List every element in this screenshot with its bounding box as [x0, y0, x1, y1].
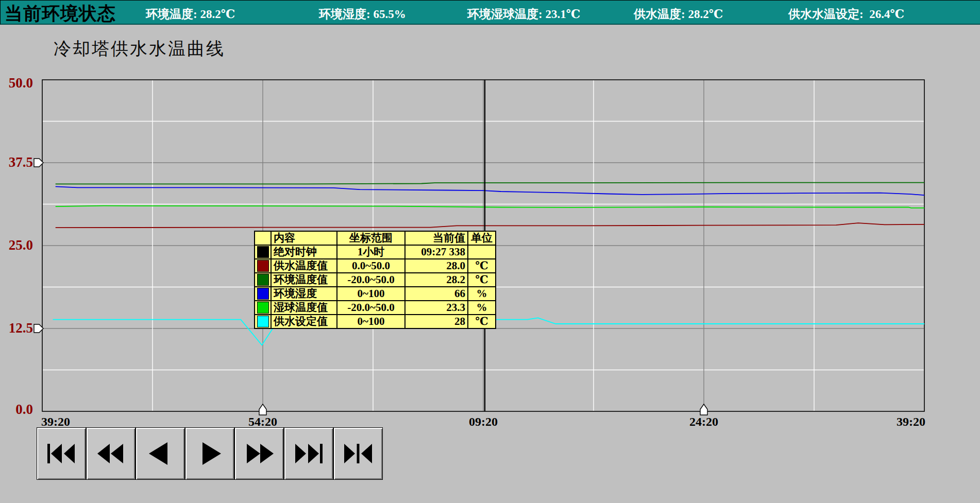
playback-toolbar — [37, 427, 383, 480]
legend-color-swatch — [257, 260, 269, 272]
skip-to-start-button[interactable] — [37, 427, 86, 480]
x-axis-label: 09:20 — [469, 415, 498, 429]
legend-header-cell: 坐标范围 — [337, 231, 405, 245]
trend-line-环境湿度 — [56, 186, 924, 195]
legend-row: 环境湿度0~10066% — [255, 287, 496, 301]
right-bar-left-icon — [342, 441, 375, 466]
legend-cell: 09:27 338 — [405, 245, 468, 259]
y-axis-label: 50.0 — [0, 76, 33, 90]
legend-table: 内容坐标范围当前值单位绝对时钟1小时09:27 338供水温度值0.0~50.0… — [254, 231, 496, 329]
legend-cell: 环境温度值 — [271, 273, 337, 287]
double-right-bar-icon — [292, 441, 325, 466]
y-axis-label: 25.0 — [0, 238, 33, 252]
legend-color-swatch — [257, 246, 269, 258]
x-axis-label: 24:20 — [689, 415, 718, 429]
hmi-screen: 当前环境状态 环境温度: 28.2℃ 环境湿度: 65.5% 环境湿球温度: 2… — [0, 0, 980, 503]
double-left-icon — [94, 441, 127, 466]
x-axis-label: 39:20 — [41, 415, 70, 429]
legend-header-cell: 单位 — [468, 231, 496, 245]
skip-to-end-button[interactable] — [284, 427, 333, 480]
legend-cell: 供水设定值 — [271, 315, 337, 328]
legend-cell: ℃ — [468, 259, 496, 273]
legend-cell — [255, 245, 271, 259]
legend-cell: 绝对时钟 — [271, 245, 337, 259]
y-axis-label: 0.0 — [0, 403, 33, 417]
x-axis-label: 54:20 — [248, 415, 277, 429]
legend-cell — [468, 245, 496, 259]
legend-color-swatch — [257, 316, 269, 327]
x-axis-cursor-marker[interactable] — [259, 404, 266, 415]
left-icon — [144, 441, 177, 466]
legend-cell: 湿球温度值 — [271, 301, 337, 315]
legend-cell — [255, 301, 271, 315]
legend-header-row: 内容坐标范围当前值单位 — [255, 231, 496, 245]
fast-forward-button[interactable] — [234, 427, 284, 480]
legend-cell: % — [468, 287, 496, 301]
legend-row: 供水设定值0~10028℃ — [255, 315, 496, 328]
legend-cell: 23.3 — [405, 301, 468, 315]
step-back-button[interactable] — [136, 427, 185, 480]
legend-cell: 66 — [405, 287, 468, 301]
legend-header-cell: 内容 — [271, 231, 337, 245]
trend-line-湿球温度值 — [56, 206, 924, 208]
legend-cell: -20.0~50.0 — [337, 301, 405, 315]
legend-row: 绝对时钟1小时09:27 338 — [255, 245, 496, 259]
legend-cell — [255, 259, 271, 273]
legend-cell: % — [468, 301, 496, 315]
legend-cell: ℃ — [468, 273, 496, 287]
legend-cell — [255, 315, 271, 328]
legend-cell: ℃ — [468, 315, 496, 328]
legend-cell — [255, 287, 271, 301]
legend-cell: 1小时 — [337, 245, 405, 259]
legend-header-cell: 当前值 — [405, 231, 468, 245]
legend-cell: 0.0~50.0 — [337, 259, 405, 273]
legend-cell: -20.0~50.0 — [337, 273, 405, 287]
legend-color-swatch — [257, 302, 269, 314]
trend-line-供水温度值 — [56, 223, 924, 228]
fast-rewind-button[interactable] — [86, 427, 136, 480]
legend-color-swatch — [257, 274, 269, 286]
jump-to-cursor-button[interactable] — [333, 427, 383, 480]
x-axis-label: 39:20 — [897, 415, 925, 429]
legend-cell: 0~100 — [337, 315, 405, 328]
legend-row: 环境温度值-20.0~50.028.2℃ — [255, 273, 496, 287]
step-forward-button[interactable] — [185, 427, 234, 480]
right-icon — [193, 441, 226, 466]
x-axis-cursor-marker[interactable] — [700, 404, 707, 415]
legend-header-cell — [255, 231, 271, 245]
legend-color-swatch — [257, 288, 269, 300]
legend-cell: 环境湿度 — [271, 287, 337, 301]
legend-row: 供水温度值0.0~50.028.0℃ — [255, 259, 496, 273]
legend-row: 湿球温度值-20.0~50.023.3% — [255, 301, 496, 315]
double-right-icon — [243, 441, 276, 466]
trend-line-环境温度值 — [56, 183, 924, 184]
y-axis-label: 12.5 — [0, 321, 33, 335]
legend-cell — [255, 273, 271, 287]
y-axis-label: 37.5 — [0, 155, 33, 169]
legend-cell: 28.0 — [405, 259, 468, 273]
legend-cell: 0~100 — [337, 287, 405, 301]
legend-cell: 供水温度值 — [271, 259, 337, 273]
legend-cell: 28 — [405, 315, 468, 328]
legend-cell: 28.2 — [405, 273, 468, 287]
bar-double-left-icon — [45, 441, 78, 466]
